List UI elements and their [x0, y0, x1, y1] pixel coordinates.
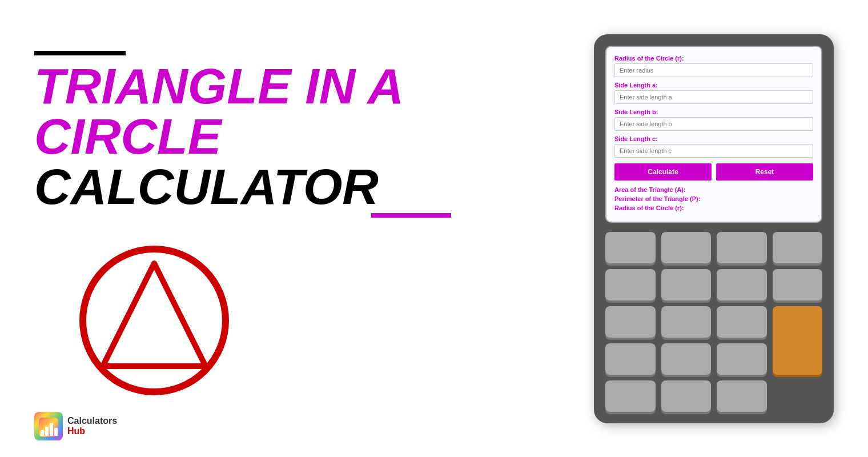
action-buttons-row: Calculate Reset: [614, 163, 813, 181]
key-11[interactable]: [717, 306, 767, 338]
logo-name-top: Calculators: [67, 416, 117, 426]
logo-text: Calculators Hub: [67, 416, 117, 436]
key-8[interactable]: [773, 269, 823, 300]
key-1[interactable]: [605, 232, 656, 263]
radius-result-label: Radius of the Circle (r):: [614, 205, 813, 211]
result-area: Area of the Triangle (A): Perimeter of t…: [614, 186, 813, 211]
area-result-label: Area of the Triangle (A):: [614, 186, 813, 193]
svg-rect-5: [50, 423, 53, 436]
key-16[interactable]: [661, 380, 712, 412]
side-b-input[interactable]: [614, 117, 813, 131]
side-c-input[interactable]: [614, 144, 813, 158]
key-12[interactable]: [605, 343, 656, 375]
key-5[interactable]: [605, 269, 656, 300]
key-6[interactable]: [661, 269, 712, 300]
key-13[interactable]: [661, 343, 712, 375]
key-14[interactable]: [717, 343, 767, 375]
title-line1: TRIANGLE IN A: [34, 58, 404, 114]
radius-input[interactable]: [614, 63, 813, 77]
key-orange[interactable]: [773, 306, 823, 375]
side-c-label: Side Length c:: [614, 135, 813, 142]
key-3[interactable]: [717, 232, 767, 263]
key-4[interactable]: [773, 232, 823, 263]
radius-field-group: Radius of the Circle (r):: [614, 55, 813, 77]
symbol-area: [69, 235, 240, 406]
title-line2: CIRCLE: [34, 108, 222, 165]
decorative-bar: [34, 51, 126, 55]
side-b-label: Side Length b:: [614, 109, 813, 115]
svg-marker-1: [103, 263, 206, 366]
calculator: Radius of the Circle (r): Side Length a:…: [594, 34, 834, 423]
side-a-field-group: Side Length a:: [614, 82, 813, 104]
side-b-field-group: Side Length b:: [614, 109, 813, 131]
logo-icon: [34, 412, 63, 440]
svg-rect-4: [45, 427, 49, 436]
perimeter-result-label: Perimeter of the Triangle (P):: [614, 195, 813, 202]
side-a-input[interactable]: [614, 90, 813, 104]
svg-rect-3: [41, 430, 44, 436]
key-15[interactable]: [605, 380, 656, 412]
key-17[interactable]: [717, 380, 767, 412]
side-a-label: Side Length a:: [614, 82, 813, 89]
key-7[interactable]: [717, 269, 767, 300]
svg-point-0: [83, 249, 226, 392]
key-10[interactable]: [661, 306, 712, 338]
svg-rect-6: [54, 428, 58, 436]
title-line3: CALCULATOR: [34, 158, 379, 215]
subtitle: CALCULATOR: [34, 162, 434, 212]
circle-triangle-icon: [74, 240, 234, 400]
logo-area: Calculators Hub: [34, 412, 117, 440]
radius-label: Radius of the Circle (r):: [614, 55, 813, 62]
calculator-screen: Radius of the Circle (r): Side Length a:…: [605, 46, 822, 223]
key-9[interactable]: [605, 306, 656, 338]
calculate-button[interactable]: Calculate: [614, 163, 712, 181]
key-2[interactable]: [661, 232, 712, 263]
side-c-field-group: Side Length c:: [614, 135, 813, 158]
logo-name-bottom: Hub: [67, 426, 117, 436]
main-title: TRIANGLE IN A CIRCLE: [34, 61, 434, 162]
reset-button[interactable]: Reset: [716, 163, 813, 181]
left-section: TRIANGLE IN A CIRCLE CALCULATOR: [34, 51, 434, 406]
calculator-keypad: [605, 232, 822, 412]
